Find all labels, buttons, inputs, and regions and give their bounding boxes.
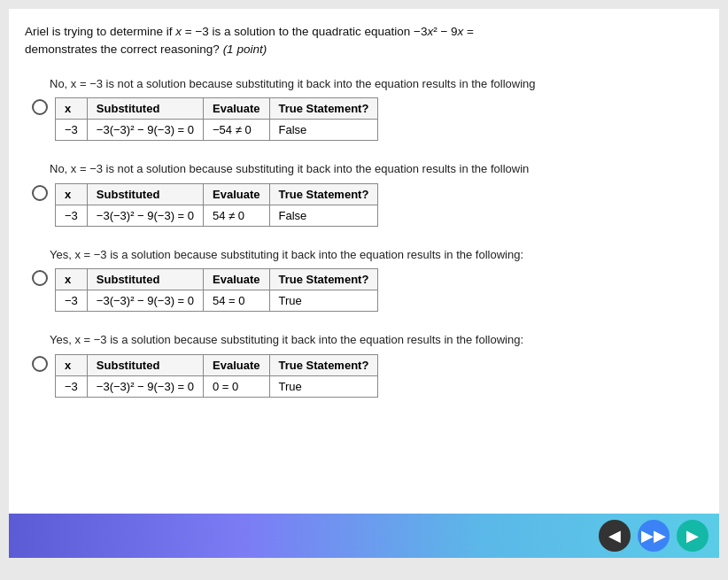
option-2-row: x Substituted Evaluate True Statement? −… [32,183,703,227]
option-3-block: Yes, x = −3 is a solution because substi… [25,246,703,313]
option-1-description: No, x = −3 is not a solution because sub… [50,75,703,93]
option-1-row: x Substituted Evaluate True Statement? −… [32,97,703,141]
cell-substituted: −3(−3)² − 9(−3) = 0 [87,375,203,397]
table-row: −3 −3(−3)² − 9(−3) = 0 54 ≠ 0 False [56,205,378,226]
option-2-description: No, x = −3 is not a solution because sub… [50,160,703,178]
cell-true-statement: True [269,290,378,312]
option-4-radio[interactable] [32,356,48,372]
cell-substituted: −3(−3)² − 9(−3) = 0 [87,290,203,312]
col-substituted-header: Substituted [87,183,203,205]
col-x-header: x [56,354,88,375]
option-4-row: x Substituted Evaluate True Statement? −… [32,354,703,398]
col-x-header: x [56,98,88,120]
question-text: Ariel is trying to determine if x = −3 i… [25,25,474,56]
col-true-statement-header: True Statement? [269,98,378,120]
option-3-description: Yes, x = −3 is a solution because substi… [50,246,703,264]
cell-true-statement: False [269,120,378,141]
option-4-table: x Substituted Evaluate True Statement? −… [55,354,378,398]
skip-button[interactable]: ▶▶ [638,520,670,552]
cell-x: −3 [56,205,88,226]
option-3-table: x Substituted Evaluate True Statement? −… [55,268,378,312]
option-2-radio[interactable] [32,185,48,201]
col-true-statement-header: True Statement? [269,354,378,375]
bottom-bar: ◀ ▶▶ ▶ [9,514,719,558]
option-1-radio[interactable] [32,99,48,115]
table-row: −3 −3(−3)² − 9(−3) = 0 0 = 0 True [56,375,378,397]
option-1-table: x Substituted Evaluate True Statement? −… [55,97,378,141]
cell-evaluate: 54 = 0 [204,290,269,312]
col-evaluate-header: Evaluate [204,354,269,375]
col-true-statement-header: True Statement? [269,183,378,205]
cell-substituted: −3(−3)² − 9(−3) = 0 [87,205,203,226]
cell-substituted: −3(−3)² − 9(−3) = 0 [87,120,203,141]
table-row: −3 −3(−3)² − 9(−3) = 0 54 = 0 True [56,290,378,312]
back-button[interactable]: ◀ [599,520,631,552]
cell-evaluate: 0 = 0 [204,375,269,397]
col-substituted-header: Substituted [87,269,203,290]
cell-evaluate: 54 ≠ 0 [204,205,269,226]
option-4-description: Yes, x = −3 is a solution because substi… [50,331,703,349]
next-button[interactable]: ▶ [677,520,709,552]
col-evaluate-header: Evaluate [204,269,269,290]
option-2-table: x Substituted Evaluate True Statement? −… [55,183,378,227]
cell-true-statement: False [269,205,378,226]
option-4-block: Yes, x = −3 is a solution because substi… [25,331,703,398]
cell-x: −3 [56,290,88,312]
cell-x: −3 [56,375,88,397]
cell-evaluate: −54 ≠ 0 [204,120,269,141]
col-x-header: x [56,183,88,205]
cell-true-statement: True [269,375,378,397]
cell-x: −3 [56,120,88,141]
option-3-radio[interactable] [32,270,48,286]
col-substituted-header: Substituted [87,354,203,375]
col-evaluate-header: Evaluate [204,183,269,205]
option-3-row: x Substituted Evaluate True Statement? −… [32,268,703,312]
question-header: Ariel is trying to determine if x = −3 i… [25,23,703,59]
table-row: −3 −3(−3)² − 9(−3) = 0 −54 ≠ 0 False [56,120,378,141]
col-true-statement-header: True Statement? [269,269,378,290]
col-evaluate-header: Evaluate [204,98,269,120]
col-x-header: x [56,269,88,290]
col-substituted-header: Substituted [87,98,203,120]
option-1-block: No, x = −3 is not a solution because sub… [25,75,703,142]
option-2-block: No, x = −3 is not a solution because sub… [25,160,703,227]
page-container: Ariel is trying to determine if x = −3 i… [9,9,719,558]
